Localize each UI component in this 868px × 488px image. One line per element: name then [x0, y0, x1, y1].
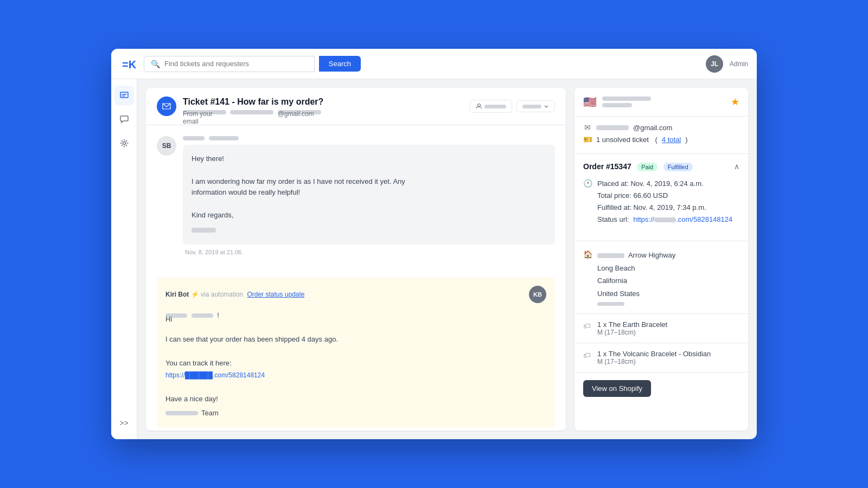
product-variant-2: M (17–18cm): [597, 358, 711, 365]
address-section: 🏠 Arrow Highway Long Beach California Un…: [575, 241, 748, 314]
favorite-star-icon[interactable]: ★: [731, 96, 739, 108]
order-details-text: Placed at: Nov. 4, 2019, 6:24 a.m. Total…: [597, 178, 732, 226]
customer-message-timestamp: Nov. 8, 2019 at 21:06: [183, 249, 555, 255]
product-name-1: 1 x The Earth Bracelet: [597, 320, 667, 329]
bot-message-header: Kiri Bot ⚡ via automation Order status u…: [165, 286, 546, 303]
right-sidebar: 🇺🇸 ★ ✉ @gmail.com 🎫: [575, 88, 748, 431]
unsolved-ticket-count: 1 unsolved ticket: [596, 136, 649, 144]
ticket-title: Ticket #141 - How far is my order?: [183, 97, 323, 107]
paid-badge: Paid: [637, 163, 658, 171]
search-input[interactable]: [164, 60, 308, 68]
contact-email-row: ✉ @gmail.com: [583, 123, 739, 132]
bot-track-url[interactable]: https://██████.com/5828148124: [165, 371, 265, 379]
address-state: California: [597, 277, 627, 285]
ticket-title-area: Ticket #141 - How far is my order? From …: [183, 97, 323, 115]
search-button[interactable]: Search: [319, 56, 361, 72]
order-title: Order #15347: [583, 162, 631, 171]
fulfilled-badge: Fulfilled: [663, 163, 693, 171]
app-header: =K 🔍 Search JL Admin: [111, 49, 757, 79]
address-text: Arrow Highway Long Beach California Unit…: [597, 249, 675, 306]
product-tag-icon-1: 🏷: [583, 322, 592, 330]
svg-text:=K: =K: [122, 59, 136, 70]
bot-lightning: ⚡: [191, 291, 201, 298]
bot-greeting: Hi !: [165, 310, 546, 322]
sidebar-item-settings[interactable]: [114, 133, 134, 153]
order-status-url-row: Status url: https://.com/5828148124: [597, 214, 732, 226]
customer-name-bar2: [209, 136, 239, 140]
address-row: 🏠 Arrow Highway Long Beach California Un…: [583, 249, 739, 306]
email-icon: ✉: [583, 123, 592, 132]
content-area: Ticket #141 - How far is my order? From …: [137, 79, 757, 439]
home-icon: 🏠: [583, 250, 592, 259]
bot-name-redact: [192, 313, 213, 318]
flag-icon: 🇺🇸: [583, 95, 597, 108]
order-status-url-link[interactable]: https://.com/5828148124: [633, 215, 732, 223]
contact-header: 🇺🇸 ★: [575, 88, 748, 117]
email-prefix-bar: [596, 125, 629, 130]
customer-message: SB Hey there! I am wondering how far my …: [157, 136, 555, 255]
bot-name: Kiri Bot: [165, 291, 189, 298]
bot-meta: Kiri Bot ⚡ via automation Order status u…: [165, 291, 304, 298]
assign-button[interactable]: [470, 100, 512, 113]
product-row-1: 🏷 1 x The Earth Bracelet M (17–18cm): [575, 314, 748, 343]
customer-body-line2: information would be really helpful!: [192, 187, 546, 198]
contact-name-bar-short: [602, 103, 632, 107]
product-name-2: 1 x The Volcanic Bracelet - Obsidian: [597, 350, 711, 358]
order-section: Order #15347 Paid Fulfilled ∧ 🕐 Placed a…: [575, 154, 748, 241]
bot-track-text: You can track it here:: [165, 357, 546, 369]
sidebar-bottom: >>: [114, 413, 134, 433]
product-detail-1: 1 x The Earth Bracelet M (17–18cm): [597, 320, 667, 336]
app-logo: =K: [120, 55, 137, 73]
product-row-2: 🏷 1 x The Volcanic Bracelet - Obsidian M…: [575, 343, 748, 373]
view-shopify-container: View on Shopify: [575, 373, 748, 404]
bot-team-label: Team: [201, 407, 219, 419]
ticket-header: Ticket #141 - How far is my order? From …: [146, 88, 566, 125]
clock-icon: 🕐: [583, 179, 592, 188]
address-postal-bar: [597, 302, 624, 306]
address-prefix-bar: [597, 253, 624, 258]
order-collapse-button[interactable]: ∧: [734, 162, 739, 171]
bot-message-body: Hi ! I can see that your order has been …: [165, 310, 546, 420]
bot-team: Team: [165, 407, 546, 419]
status-button[interactable]: [516, 100, 555, 112]
customer-closing: Kind regards,: [192, 210, 546, 221]
bot-avatar: KB: [529, 286, 546, 303]
ticket-messages: SB Hey there! I am wondering how far my …: [146, 125, 566, 431]
search-bar: 🔍 Search: [144, 56, 361, 72]
customer-body-line1: I am wondering how far my order is as I …: [192, 176, 546, 188]
customer-message-meta: [183, 136, 555, 140]
order-status-link[interactable]: Order status update: [247, 291, 304, 298]
customer-avatar: SB: [157, 136, 176, 156]
bot-message: Kiri Bot ⚡ via automation Order status u…: [157, 277, 555, 428]
bot-farewell: Have a nice day!: [165, 393, 546, 405]
sidebar-expand-button[interactable]: >>: [114, 413, 134, 433]
product-tag-icon-2: 🏷: [583, 351, 592, 359]
customer-name-bar: [183, 136, 205, 140]
address-country: United States: [597, 290, 640, 298]
total-tickets-link[interactable]: 4 total: [662, 136, 681, 144]
bot-team-name-bar: [165, 411, 198, 415]
address-street: Arrow Highway: [628, 251, 675, 259]
ticket-email-icon: [157, 97, 176, 116]
view-shopify-button[interactable]: View on Shopify: [583, 380, 651, 397]
bot-via: via automation: [201, 291, 243, 298]
contact-email: @gmail.com: [633, 124, 672, 132]
sidebar-item-chat[interactable]: [114, 110, 134, 129]
search-input-wrap[interactable]: 🔍: [144, 56, 315, 72]
order-placed-at: Placed at: Nov. 4, 2019, 6:24 a.m.: [597, 178, 732, 190]
customer-greeting: Hey there!: [192, 153, 546, 165]
ticket-from: From your email @gmail.com: [183, 108, 323, 115]
order-placed-row: 🕐 Placed at: Nov. 4, 2019, 6:24 a.m. Tot…: [583, 178, 739, 226]
admin-label: Admin: [730, 60, 748, 68]
product-detail-2: 1 x The Volcanic Bracelet - Obsidian M (…: [597, 350, 711, 365]
product-variant-1: M (17–18cm): [597, 329, 667, 336]
order-total-price: Total price: 66.60 USD: [597, 190, 732, 202]
contact-tickets-row: 🎫 1 unsolved ticket ( 4 total ): [583, 135, 739, 144]
svg-point-2: [478, 104, 481, 107]
ticket-panel: Ticket #141 - How far is my order? From …: [146, 88, 566, 431]
bot-shipped-text: I can see that your order has been shipp…: [165, 333, 546, 345]
address-city: Long Beach: [597, 264, 635, 272]
ticket-icon: 🎫: [583, 135, 592, 144]
contact-name-bar-long: [602, 97, 651, 101]
sidebar-item-tickets[interactable]: [114, 86, 134, 105]
